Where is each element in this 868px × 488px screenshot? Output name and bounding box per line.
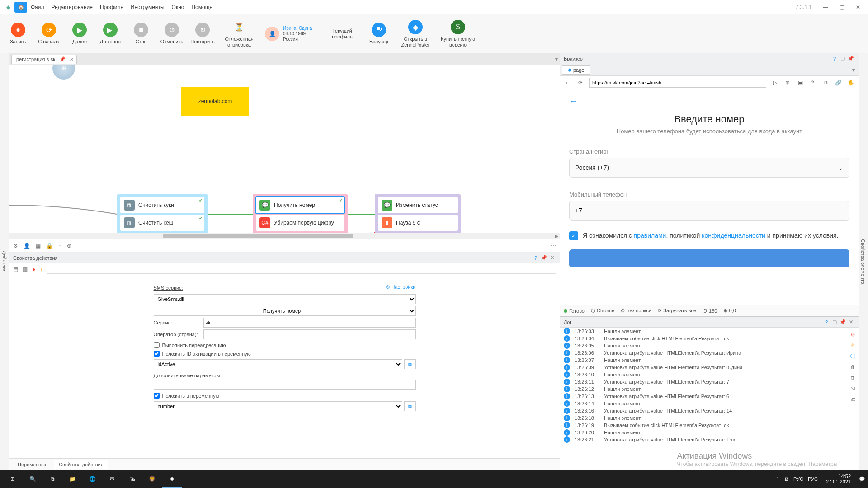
tab-props[interactable]: Свойства действия	[54, 460, 108, 469]
agree-checkbox[interactable]: ✓	[569, 231, 578, 240]
phone-input[interactable]	[569, 201, 849, 221]
restore-icon[interactable]: ▢	[839, 56, 847, 61]
menu-file[interactable]: Файл	[31, 4, 44, 10]
next-button[interactable]: ▶Далее	[65, 23, 94, 44]
tray-chevron-icon[interactable]: ˄	[777, 476, 779, 482]
copy-icon[interactable]: ⧉	[404, 359, 416, 369]
tag-icon[interactable]: 🏷	[849, 395, 857, 404]
buy-button[interactable]: $Купить полную версию	[438, 20, 478, 47]
pin-icon[interactable]: 📌	[847, 56, 855, 61]
tray[interactable]: ˄ 🖥 РУС РУС 14:5227.01.2021 💬	[777, 474, 865, 484]
close-icon[interactable]: ✕	[847, 319, 855, 325]
tab-dropdown-icon[interactable]: ▾	[852, 67, 855, 73]
back-icon[interactable]: ←	[564, 80, 572, 86]
store-icon[interactable]: 🛍	[122, 470, 142, 488]
pin-icon[interactable]: 📌	[540, 255, 548, 261]
menu-tools[interactable]: Инструменты	[131, 4, 165, 10]
tab-dropdown-icon[interactable]: ▾	[555, 56, 558, 62]
props-search[interactable]	[47, 265, 556, 274]
canvas-scrollbar[interactable]	[9, 233, 560, 239]
page-back-icon[interactable]: ←	[569, 97, 849, 106]
minimize-button[interactable]: —	[817, 1, 834, 14]
log-row[interactable]: i13:26:16Установка атрибута value HTMLEl…	[560, 407, 859, 414]
play-icon[interactable]: ▷	[771, 80, 779, 86]
canvas[interactable]: ⊕ zennolab.com 🗑Очистить куки✔ 🗑Очистить…	[9, 65, 560, 239]
lock-icon[interactable]: 🔒	[46, 243, 53, 249]
deferred-draw-button[interactable]: ⏳Отложенная отрисовка	[219, 20, 259, 47]
home-button[interactable]: 🏠	[14, 2, 27, 13]
log-row[interactable]: i13:26:11Установка атрибута value HTMLEl…	[560, 378, 859, 385]
list2-icon[interactable]: ▥	[23, 266, 28, 272]
start-node[interactable]: zennolab.com	[181, 87, 249, 116]
log-row[interactable]: i13:26:19Вызываем событие click HTMLElem…	[560, 422, 859, 429]
extra-input[interactable]	[154, 380, 416, 390]
log-row[interactable]: i13:26:18Нашли элемент	[560, 414, 859, 422]
stop-button[interactable]: ■Стоп	[127, 23, 156, 44]
log-row[interactable]: i13:26:09Установка атрибута value HTMLEl…	[560, 364, 859, 371]
export-icon[interactable]: ⇲	[849, 385, 857, 393]
tray-display-icon[interactable]: 🖥	[784, 476, 789, 482]
notifications-icon[interactable]: 💬	[859, 476, 865, 482]
clock[interactable]: 14:5227.01.2021	[826, 474, 851, 484]
block-phone[interactable]: 💬Получить номер✔ C#Убираем первую цифру	[253, 194, 348, 234]
menu-window[interactable]: Окно	[172, 4, 184, 10]
close-button[interactable]: ✕	[850, 1, 866, 14]
reload-icon[interactable]: ⟳	[576, 80, 585, 86]
country-select[interactable]: Россия (+7)⌄	[569, 158, 849, 178]
var-select[interactable]: number	[154, 401, 402, 411]
action-get-number[interactable]: 💬Получить номер✔	[256, 197, 344, 213]
browser-content[interactable]: ← Введите номер Номер вашего телефона бу…	[560, 89, 859, 305]
info-filter-icon[interactable]: ⓘ	[849, 352, 857, 360]
record-button[interactable]: ●Запись	[4, 23, 33, 44]
open-zp-button[interactable]: ◆Открыть в ZennoPoster	[395, 20, 436, 47]
help-icon[interactable]: ?	[822, 319, 830, 325]
copy-icon[interactable]: ⧉	[821, 80, 830, 86]
taskview-icon[interactable]: ⧉	[42, 470, 62, 488]
brave-icon[interactable]: 🦁	[142, 470, 162, 488]
edge-icon[interactable]: 🌐	[82, 470, 102, 488]
log-row[interactable]: i13:26:03Нашли элемент	[560, 328, 859, 335]
link-icon[interactable]: 🔗	[834, 80, 842, 86]
restart-button[interactable]: ⟳С начала	[34, 23, 63, 44]
action-change-status[interactable]: 💬Изменить статус	[378, 197, 458, 213]
list-icon[interactable]: ▤	[13, 266, 18, 272]
arrow-down-icon[interactable]: ↓	[40, 266, 42, 272]
start-button[interactable]: ⊞	[3, 470, 23, 488]
submit-button[interactable]	[569, 249, 849, 267]
tree-icon[interactable]: ⑂	[58, 243, 61, 249]
log-row[interactable]: i13:26:06Установка атрибута value HTMLEl…	[560, 349, 859, 357]
menu-help[interactable]: Помощь	[191, 4, 212, 10]
block-clear[interactable]: 🗑Очистить куки✔ 🗑Очистить кеш✔	[117, 194, 208, 234]
browser-page-tab[interactable]: ◆page	[562, 65, 590, 75]
maximize-button[interactable]: ▢	[834, 1, 850, 14]
menu-edit[interactable]: Редактирование	[52, 4, 93, 10]
current-profile[interactable]: 👤 Ирина Юдина 08.10.1989 Россия	[261, 26, 320, 42]
block-status[interactable]: 💬Изменить статус ⏸Пауза 5 с	[375, 194, 461, 234]
put-var-checkbox[interactable]	[154, 393, 160, 399]
plus-icon[interactable]: ⊕	[783, 80, 792, 86]
log-row[interactable]: i13:26:04Вызываем событие click HTMLElem…	[560, 335, 859, 342]
current-profile-button[interactable]: Текущий профиль	[322, 28, 363, 39]
pin-icon[interactable]: 📌	[839, 319, 847, 325]
action-clear-cache[interactable]: 🗑Очистить кеш✔	[120, 215, 204, 231]
warn-filter-icon[interactable]: ⚠	[849, 341, 857, 349]
service-input[interactable]	[203, 318, 416, 328]
record-dot-icon[interactable]: ●	[32, 266, 35, 272]
element-props-sidebar[interactable]: Свойства элемента	[859, 53, 868, 470]
actions-sidebar[interactable]: Действия	[0, 53, 9, 470]
help-icon[interactable]: ?	[830, 56, 839, 61]
box-icon[interactable]: ▣	[796, 80, 804, 86]
gear-icon[interactable]: ⚙	[13, 243, 18, 249]
tab-close-icon[interactable]: ✕	[70, 56, 74, 62]
log-row[interactable]: i13:26:21Установка атрибута value HTMLEl…	[560, 436, 859, 443]
add-icon[interactable]: ⊕	[67, 243, 71, 249]
grid-icon[interactable]: ▦	[36, 243, 41, 249]
user-icon[interactable]: 👤	[24, 243, 30, 249]
log-row[interactable]: i13:26:12Нашли элемент	[560, 385, 859, 393]
error-filter-icon[interactable]: ⊘	[849, 330, 857, 338]
menu-profile[interactable]: Профиль	[100, 4, 123, 10]
log-row[interactable]: i13:26:10Нашли элемент	[560, 371, 859, 378]
search-icon[interactable]: 🔍	[23, 470, 42, 488]
log-row[interactable]: i13:26:05Нашли элемент	[560, 342, 859, 349]
repeat-button[interactable]: ↻Повторить	[188, 23, 217, 44]
